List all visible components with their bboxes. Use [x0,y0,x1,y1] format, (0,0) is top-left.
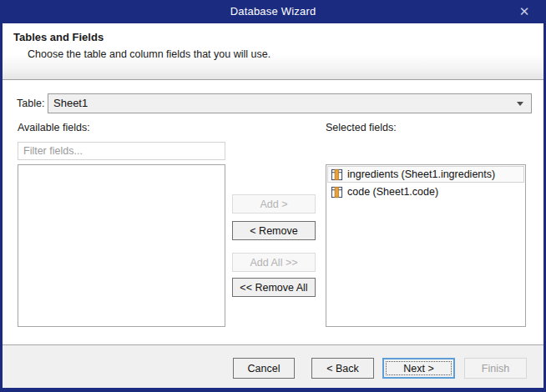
table-select-value: Sheet1 [53,94,88,113]
table-field-icon [331,186,343,199]
add-all-button: Add All >> [232,253,316,272]
table-select[interactable]: Sheet1 [48,93,532,113]
next-button[interactable]: Next > [382,358,455,379]
database-wizard-dialog: Database Wizard ✕ Tables and Fields Choo… [0,0,546,392]
titlebar: Database Wizard ✕ [0,0,546,23]
add-button: Add > [232,194,316,214]
available-fields-list[interactable] [18,164,225,327]
selected-fields-label: Selected fields: [326,122,397,133]
back-button[interactable]: < Back [311,358,374,379]
list-item[interactable]: ingredients (Sheet1.ingredients) [327,166,524,183]
table-field-icon [331,168,343,181]
dialog-content: Tables and Fields Choose the table and c… [3,23,543,388]
finish-button: Finish [464,358,527,379]
wizard-header: Tables and Fields Choose the table and c… [3,23,543,80]
filter-fields-input[interactable] [18,142,225,160]
list-item-label: code (Sheet1.code) [347,186,438,198]
available-fields-label: Available fields: [18,122,90,133]
remove-all-button[interactable]: << Remove All [232,278,316,297]
list-item-label: ingredients (Sheet1.ingredients) [347,168,495,180]
list-item[interactable]: code (Sheet1.code) [327,183,524,200]
remove-button[interactable]: < Remove [232,221,316,240]
selected-fields-list[interactable]: ingredients (Sheet1.ingredients) code (S… [326,164,526,327]
page-title: Tables and Fields [13,31,104,43]
window-title: Database Wizard [0,0,546,23]
page-subtitle: Choose the table and column fields that … [28,48,270,60]
cancel-button[interactable]: Cancel [233,358,295,379]
chevron-down-icon [517,102,523,106]
close-icon[interactable]: ✕ [509,0,539,23]
table-label: Table: [17,98,44,109]
